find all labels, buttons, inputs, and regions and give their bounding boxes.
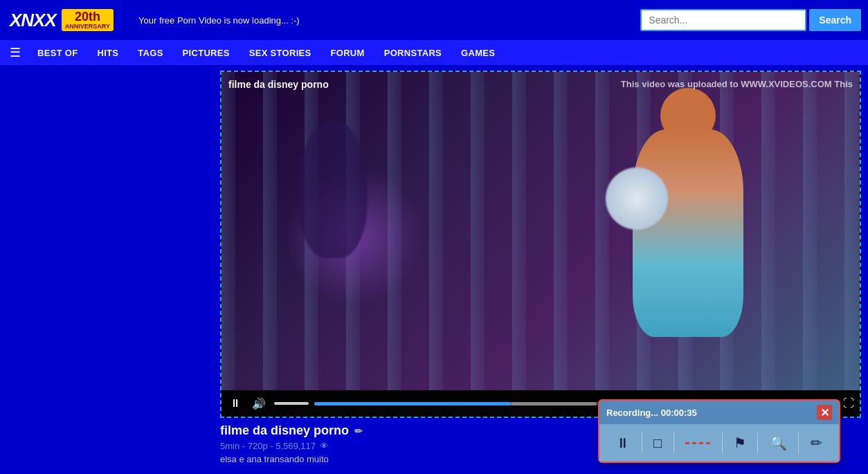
nav-item-tags[interactable]: TAGS — [128, 40, 172, 65]
logo-badge: 20th ANNIVERSARY — [62, 9, 114, 32]
rec-divider-1 — [642, 432, 642, 453]
logo-area: XNXX 20th ANNIVERSARY — [7, 8, 125, 33]
rec-dashed-line — [685, 442, 710, 444]
tagline: Your free Porn Video is now loading... :… — [132, 15, 633, 26]
edit-icon[interactable]: ✏ — [354, 426, 363, 437]
rec-magnify-button[interactable]: 🔍 — [770, 435, 787, 451]
rec-dashes — [685, 442, 710, 444]
sidebar — [7, 71, 213, 470]
rec-divider-5 — [798, 432, 799, 453]
video-frame: This video was uploaded to WWW.XVIDEOS.C… — [221, 72, 860, 390]
rec-stop-button[interactable]: □ — [653, 435, 662, 451]
menu-icon[interactable]: ☰ — [3, 45, 28, 60]
nav-item-pornstars[interactable]: PORNSTARS — [374, 40, 451, 65]
fullscreen-icon[interactable]: ⛶ — [843, 397, 854, 410]
views-eye-icon: 👁 — [320, 441, 329, 451]
nav-item-hits[interactable]: HITS — [87, 40, 128, 65]
nav-bar: ☰ BEST OF HITS TAGS PICTURES SEX STORIES… — [0, 40, 868, 65]
recording-controls: ⏸ □ ⚑ 🔍 ✏ — [599, 424, 839, 462]
rec-divider-2 — [673, 432, 674, 453]
nav-item-best-of[interactable]: BEST OF — [28, 40, 87, 65]
rec-flag-button[interactable]: ⚑ — [734, 435, 746, 451]
video-player[interactable]: This video was uploaded to WWW.XVIDEOS.C… — [220, 71, 861, 418]
main-content: This video was uploaded to WWW.XVIDEOS.C… — [0, 65, 868, 474]
volume-button[interactable]: 🔊 — [249, 397, 269, 410]
search-button[interactable]: Search — [809, 9, 861, 31]
recording-header: Recording... 00:00:35 ✕ — [599, 401, 839, 424]
recording-title: Recording... 00:00:35 — [606, 408, 697, 418]
rec-pause-button[interactable]: ⏸ — [616, 435, 630, 451]
rec-divider-3 — [722, 432, 723, 453]
video-watermark: This video was uploaded to WWW.XVIDEOS.C… — [621, 79, 853, 89]
nav-item-forum[interactable]: FORUM — [321, 40, 374, 65]
nav-item-games[interactable]: GAMES — [451, 40, 505, 65]
recording-close-button[interactable]: ✕ — [817, 405, 832, 420]
header: XNXX 20th ANNIVERSARY Your free Porn Vid… — [0, 0, 868, 40]
logo[interactable]: XNXX — [7, 8, 59, 33]
nav-item-sex-stories[interactable]: SEX STORIES — [239, 40, 321, 65]
volume-slider[interactable] — [274, 402, 309, 405]
search-area: Search — [640, 9, 861, 31]
rec-pencil-button[interactable]: ✏ — [811, 435, 822, 451]
search-input[interactable] — [640, 9, 806, 31]
recording-overlay: Recording... 00:00:35 ✕ ⏸ □ ⚑ 🔍 ✏ — [598, 399, 840, 463]
progress-buffer — [511, 402, 597, 405]
nav-item-pictures[interactable]: PICTURES — [173, 40, 239, 65]
video-title-overlay: filme da disney porno — [228, 79, 329, 90]
play-pause-button[interactable]: ⏸ — [227, 397, 244, 410]
rec-divider-4 — [757, 432, 758, 453]
progress-fill — [314, 402, 511, 405]
video-scene — [221, 72, 860, 390]
